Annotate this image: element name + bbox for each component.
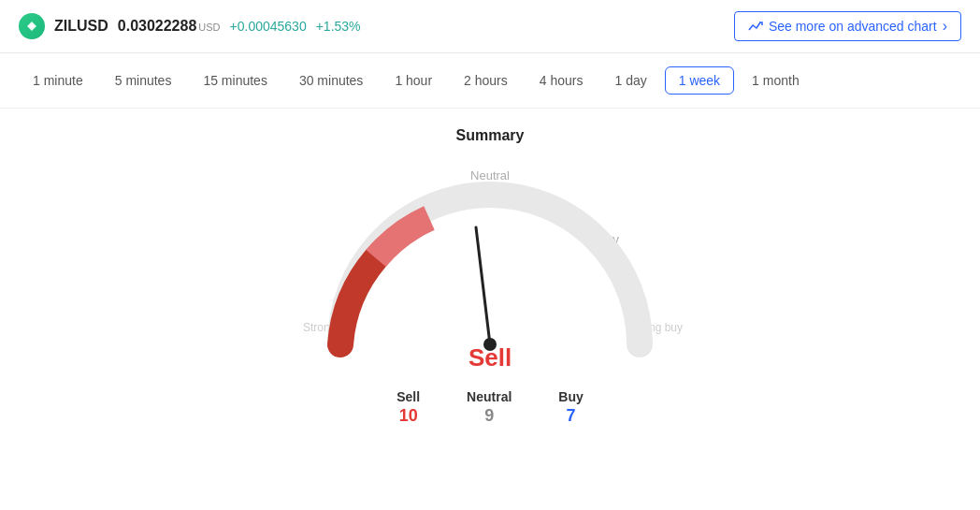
ticker-change-abs: +0.00045630: [230, 19, 307, 34]
summary-title: Summary: [456, 127, 525, 144]
stat-buy: Buy 7: [558, 389, 583, 426]
stat-buy-label: Buy: [558, 389, 583, 404]
interval-1h[interactable]: 1 hour: [381, 66, 446, 95]
interval-1d[interactable]: 1 day: [600, 66, 660, 95]
chart-icon: [748, 19, 763, 34]
gauge-reading: Sell: [468, 343, 512, 372]
interval-2h[interactable]: 2 hours: [450, 66, 522, 95]
stat-sell-value: 10: [399, 406, 418, 426]
interval-1w[interactable]: 1 week: [665, 66, 734, 95]
advanced-chart-label: See more on advanced chart: [769, 19, 937, 34]
stats-row: Sell 10 Neutral 9 Buy 7: [396, 389, 584, 426]
ticker-info: ZILUSD 0.03022288USD +0.00045630 +1.53%: [19, 13, 361, 39]
interval-1min[interactable]: 1 minute: [19, 66, 97, 95]
stat-sell-label: Sell: [396, 389, 420, 404]
chevron-right-icon: ›: [943, 18, 947, 35]
ticker-price: 0.03022288USD: [118, 18, 221, 35]
time-interval-bar: 1 minute 5 minutes 15 minutes 30 minutes…: [0, 53, 980, 109]
interval-15min[interactable]: 15 minutes: [189, 66, 281, 95]
interval-4h[interactable]: 4 hours: [526, 66, 598, 95]
stat-neutral-value: 9: [484, 406, 494, 426]
svg-point-0: [30, 24, 34, 28]
gauge-widget: Neutral Sell Buy Strong sell Strong buy …: [294, 157, 686, 382]
ticker-change-pct: +1.53%: [316, 19, 361, 34]
interval-5min[interactable]: 5 minutes: [101, 66, 186, 95]
ticker-currency: USD: [198, 22, 220, 33]
header: ZILUSD 0.03022288USD +0.00045630 +1.53% …: [0, 0, 980, 53]
svg-line-1: [476, 227, 490, 344]
interval-30min[interactable]: 30 minutes: [285, 66, 377, 95]
interval-1mo[interactable]: 1 month: [738, 66, 814, 95]
stat-neutral-label: Neutral: [467, 389, 512, 404]
stat-neutral: Neutral 9: [467, 389, 512, 426]
main-content: Summary Neutral Sell Buy Strong sell Str…: [0, 109, 980, 435]
advanced-chart-link[interactable]: See more on advanced chart ›: [734, 11, 961, 41]
stat-buy-value: 7: [567, 406, 576, 426]
ticker-logo: [19, 13, 45, 39]
ticker-symbol: ZILUSD: [54, 18, 108, 35]
stat-sell: Sell 10: [396, 389, 420, 426]
